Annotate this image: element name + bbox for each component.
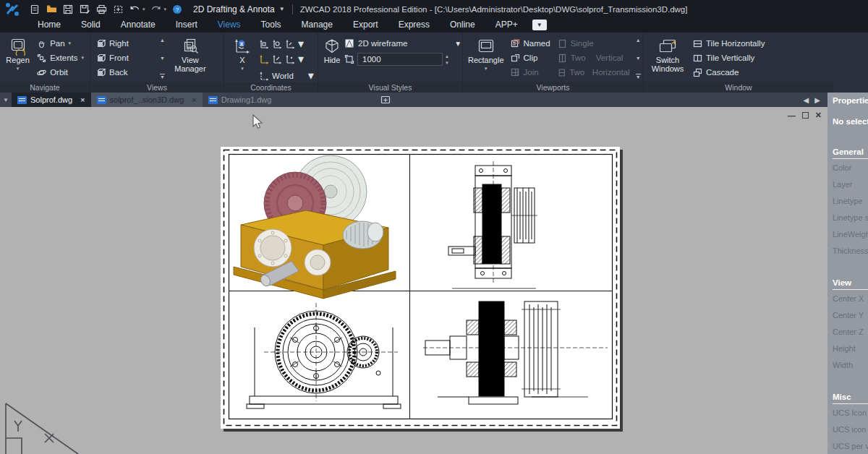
redo-dropdown-icon[interactable]: ▾	[164, 7, 167, 12]
ucs-3point-icon[interactable]	[285, 54, 295, 64]
named-viewport-button[interactable]: Named	[508, 36, 553, 51]
world-ucs-icon	[259, 71, 269, 81]
view-front-button[interactable]: Front	[93, 51, 157, 65]
tab-solid[interactable]: Solid	[71, 18, 111, 33]
tile-vertically-button[interactable]: Tile Vertically	[690, 51, 767, 65]
extents-button[interactable]: Extents▾	[34, 51, 87, 65]
mdi-window-controls: — ✕	[788, 111, 822, 120]
chevron-down-icon[interactable]: ▾	[298, 52, 304, 66]
join-viewport-icon	[511, 68, 520, 77]
pan-button[interactable]: Pan▾	[34, 36, 87, 51]
new-file-icon[interactable]	[29, 4, 41, 15]
ucs-icon[interactable]	[259, 39, 269, 49]
tile-horizontally-button[interactable]: Tile Horizontally	[690, 36, 767, 51]
chevron-down-icon[interactable]: ▾	[298, 37, 304, 51]
orbit-button[interactable]: Orbit	[34, 65, 87, 80]
doc-tab-solprof[interactable]: Solprof.dwg ×	[12, 93, 91, 107]
scroll-tabs-left-icon[interactable]: ◀	[804, 96, 809, 104]
panel-label-coordinates: Coordinates	[224, 82, 318, 93]
ribbon-collapse-icon[interactable]: ▼	[532, 20, 547, 30]
join-viewport-button[interactable]: Join	[508, 65, 553, 80]
ucs-z-axis-icon[interactable]	[272, 54, 282, 64]
regen-label: Regen	[6, 56, 29, 64]
view-back-button[interactable]: Back	[93, 65, 157, 80]
gallery-down-icon[interactable]: ▼	[636, 56, 641, 61]
spinner-up-icon[interactable]: ▲	[445, 54, 449, 59]
view-manager-label: View Manager	[170, 56, 210, 73]
prop-center-x: Center X	[833, 290, 868, 307]
tab-export[interactable]: Export	[343, 18, 388, 33]
ucs-origin-icon[interactable]	[259, 54, 269, 64]
rotate-ucs-x-button[interactable]: x X ▾	[227, 35, 258, 82]
help-icon[interactable]: ?	[171, 4, 183, 15]
close-tab-icon[interactable]: ×	[80, 95, 85, 104]
vs-value-input[interactable]: 1000	[357, 53, 443, 66]
plot-preview-icon[interactable]	[112, 4, 124, 15]
visual-style-select[interactable]: 2D wireframe ▾	[344, 36, 460, 51]
view-manager-button[interactable]: View Manager	[168, 35, 213, 82]
switch-windows-button[interactable]: Switch Windows	[647, 35, 689, 82]
tab-manage[interactable]: Manage	[292, 18, 343, 33]
redo-icon[interactable]	[150, 4, 162, 15]
save-icon[interactable]	[62, 4, 74, 15]
hide-box-icon	[323, 37, 341, 56]
tab-app-plus[interactable]: APP+	[485, 18, 528, 33]
tab-express[interactable]: Express	[388, 18, 440, 33]
print-icon[interactable]	[95, 4, 107, 15]
tab-home[interactable]: Home	[27, 18, 71, 33]
named-ucs-combo[interactable]: World ▾	[259, 69, 314, 82]
chevron-down-icon: ▼	[279, 6, 285, 12]
close-icon[interactable]: ✕	[815, 111, 822, 120]
hide-button[interactable]: Hide	[321, 35, 343, 82]
world-label: World	[272, 72, 294, 80]
undo-dropdown-icon[interactable]: ▾	[142, 7, 145, 12]
cascade-button[interactable]: Cascade	[690, 65, 767, 80]
gallery-up-icon[interactable]: ▲	[636, 38, 641, 43]
ucs-previous-icon[interactable]	[285, 39, 295, 49]
rectangle-viewport-button[interactable]: Rectangle ▾	[466, 35, 506, 82]
spinner-down-icon[interactable]: ▼	[445, 61, 449, 65]
tab-annotate[interactable]: Annotate	[111, 18, 166, 33]
regen-button[interactable]: Regen ▾	[3, 35, 33, 82]
regen-icon	[9, 37, 27, 56]
prop-center-y: Center Y	[833, 307, 868, 323]
restore-icon[interactable]	[802, 112, 809, 119]
tab-list-dropdown-icon[interactable]: ▼	[0, 93, 12, 107]
tab-tools[interactable]: Tools	[251, 18, 292, 33]
minimize-icon[interactable]: —	[788, 111, 796, 120]
tab-online[interactable]: Online	[440, 18, 485, 33]
mouse-cursor	[252, 114, 263, 130]
gallery-up-icon[interactable]: ▲	[160, 38, 165, 43]
save-as-icon[interactable]	[79, 4, 90, 15]
scroll-tabs-right-icon[interactable]: ▶	[814, 96, 820, 104]
rectangle-label: Rectangle	[468, 56, 504, 64]
new-tab-icon[interactable]	[378, 93, 393, 107]
drawing-canvas[interactable]: — ✕	[0, 107, 827, 454]
doc-tab-drawing1[interactable]: Drawing1.dwg	[203, 93, 278, 107]
svg-text:?: ?	[176, 7, 179, 13]
gallery-down-icon[interactable]: ▼	[160, 56, 165, 61]
doc-tab-solprof-transmission3d[interactable]: solprof_..sion3D.dwg ×	[91, 93, 203, 107]
gallery-expand-icon[interactable]: ▼	[160, 74, 165, 80]
tab-views[interactable]: Views	[208, 18, 251, 33]
ucs-tools-grid: ▾ ▾ World ▾	[259, 35, 314, 82]
cube-back-icon	[96, 68, 106, 77]
workspace-selector[interactable]: 2D Drafting & Annota ▼	[193, 4, 285, 14]
clip-viewport-icon	[511, 53, 520, 63]
prop-thickness: Thickness	[833, 242, 868, 259]
svg-text:x: x	[240, 41, 243, 46]
open-folder-icon[interactable]	[46, 4, 57, 15]
tab-scroll-controls: ◀ ▶	[804, 93, 827, 107]
vs-value-spinner[interactable]: 1000 ▲▼	[344, 52, 460, 67]
layout-paper[interactable]	[221, 147, 620, 429]
properties-title: Properties	[833, 96, 868, 105]
clip-viewport-button[interactable]: Clip	[508, 51, 553, 65]
panel-label-navigate: Navigate	[0, 82, 90, 93]
undo-icon[interactable]	[129, 4, 140, 15]
close-tab-icon[interactable]: ×	[192, 95, 196, 104]
gallery-expand-icon[interactable]: ▼	[636, 74, 641, 80]
tab-insert[interactable]: Insert	[166, 18, 208, 33]
single-viewport-icon	[558, 39, 567, 48]
ucs-world-icon[interactable]	[272, 39, 282, 49]
view-right-button[interactable]: Right	[93, 36, 157, 51]
